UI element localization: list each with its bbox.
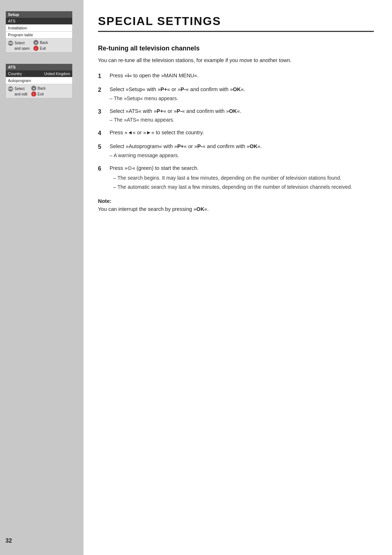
ats-footer-exit-label: Exit — [38, 92, 44, 96]
step-6-bullets: The search begins. It may last a few min… — [113, 174, 374, 191]
footer-back-label: Back — [40, 41, 48, 45]
sidebar: Setup ATS Installation Program table OK … — [0, 0, 83, 555]
ats-autoprogram-label: Autoprogram — [8, 78, 31, 83]
ats-footer-back-row: ◄ Back — [31, 86, 46, 91]
ats-menu-country-row: Country United Kingdom — [6, 70, 72, 77]
page-title: SPECIAL SETTINGS — [98, 15, 374, 32]
setup-menu-box: Setup ATS Installation Program table OK … — [5, 11, 73, 53]
footer-open-label: and open — [15, 46, 30, 50]
setup-menu-item-installation: Installation — [6, 25, 72, 32]
setup-menu-item-ats: ATS — [6, 18, 72, 25]
setup-menu-footer: OK Select and open ◄ Back i Exit — [6, 38, 72, 52]
ats-menu-title: ATS — [6, 64, 72, 70]
step-6: 6 Press »⊙« (green) to start the search.… — [98, 164, 374, 192]
step-number-1: 1 — [98, 72, 105, 81]
ats-menu-autoprogram-row: Autoprogram — [6, 77, 72, 84]
ats-footer-exit-row: i Exit — [31, 91, 46, 97]
step-content-4: Press »◄« or »►« to select the country. — [110, 129, 374, 138]
ats-country-value: United Kingdom — [44, 72, 70, 76]
step-content-1: Press »i« to open the »MAIN MENU«. — [110, 72, 374, 81]
ats-ok-button-icon: OK — [8, 86, 13, 91]
ats-footer-edit-row: and edit — [8, 92, 28, 96]
note-text: You can interrupt the search by pressing… — [98, 205, 374, 213]
step-content-5: Select »Autoprogram« with »P+« or »P-« a… — [110, 143, 374, 159]
intro-text: You can re-tune all the television stati… — [98, 57, 374, 65]
back-button-icon: ◄ — [33, 40, 38, 45]
footer-select-row: OK Select — [8, 41, 30, 46]
step-content-2: Select »Setup« with »P+« or »P-« and con… — [110, 86, 374, 102]
footer-exit-label: Exit — [40, 46, 46, 50]
step-3: 3 Select »ATS« with »P+« or »P-« and con… — [98, 107, 374, 124]
step-sub-3: – The »ATS« menu appears. — [110, 116, 374, 124]
step-number-3: 3 — [98, 107, 105, 124]
ats-footer-select-label: Select — [15, 87, 25, 91]
ats-menu-footer: OK Select and edit ◄ Back i Exit — [6, 84, 72, 98]
step-content-3: Select »ATS« with »P+« or »P-« and confi… — [110, 107, 374, 124]
ats-country-label: Country — [8, 72, 22, 76]
ats-footer-back-label: Back — [38, 86, 46, 90]
setup-menu-title: Setup — [6, 11, 72, 18]
ats-footer-back-col: ◄ Back i Exit — [31, 86, 46, 97]
section-heading: Re-tuning all television channels — [98, 45, 374, 52]
footer-back-row: ◄ Back — [33, 40, 48, 45]
step-2: 2 Select »Setup« with »P+« or »P-« and c… — [98, 86, 374, 102]
exit-button-icon: i — [33, 46, 38, 51]
step-content-6: Press »⊙« (green) to start the search. T… — [110, 164, 374, 192]
step-5: 5 Select »Autoprogram« with »P+« or »P-«… — [98, 143, 374, 159]
step-number-5: 5 — [98, 143, 105, 159]
step-number-4: 4 — [98, 129, 105, 138]
ats-back-button-icon: ◄ — [31, 86, 36, 91]
ats-exit-button-icon: i — [31, 91, 36, 97]
ats-footer-select-row: OK Select — [8, 86, 28, 91]
footer-open-row: and open — [8, 46, 30, 50]
steps-list: 1 Press »i« to open the »MAIN MENU«. 2 S… — [98, 72, 374, 192]
step-sub-5: – A warning message appears. — [110, 152, 374, 159]
ok-button-icon: OK — [8, 41, 13, 46]
step-number-6: 6 — [98, 164, 105, 192]
step-1: 1 Press »i« to open the »MAIN MENU«. — [98, 72, 374, 81]
main-content: SPECIAL SETTINGS Re-tuning all televisio… — [83, 0, 392, 555]
ats-footer-select-col: OK Select and edit — [8, 86, 28, 96]
footer-select-col: OK Select and open — [8, 41, 30, 50]
step-4: 4 Press »◄« or »►« to select the country… — [98, 129, 374, 138]
footer-back-col: ◄ Back i Exit — [33, 40, 48, 51]
note-label: Note: — [98, 198, 374, 204]
step-number-2: 2 — [98, 86, 105, 102]
ats-footer-edit-label: and edit — [15, 92, 28, 96]
page-number: 32 — [5, 538, 78, 544]
ats-menu-box: ATS Country United Kingdom Autoprogram O… — [5, 64, 73, 98]
footer-exit-row: i Exit — [33, 46, 48, 51]
step-6-bullet-1: The search begins. It may last a few min… — [113, 174, 374, 182]
footer-select-label: Select — [15, 41, 25, 45]
step-sub-2: – The »Setup« menu appears. — [110, 95, 374, 102]
step-6-bullet-2: The automatic search may last a few minu… — [113, 183, 374, 191]
setup-menu-item-programtable: Program table — [6, 32, 72, 38]
